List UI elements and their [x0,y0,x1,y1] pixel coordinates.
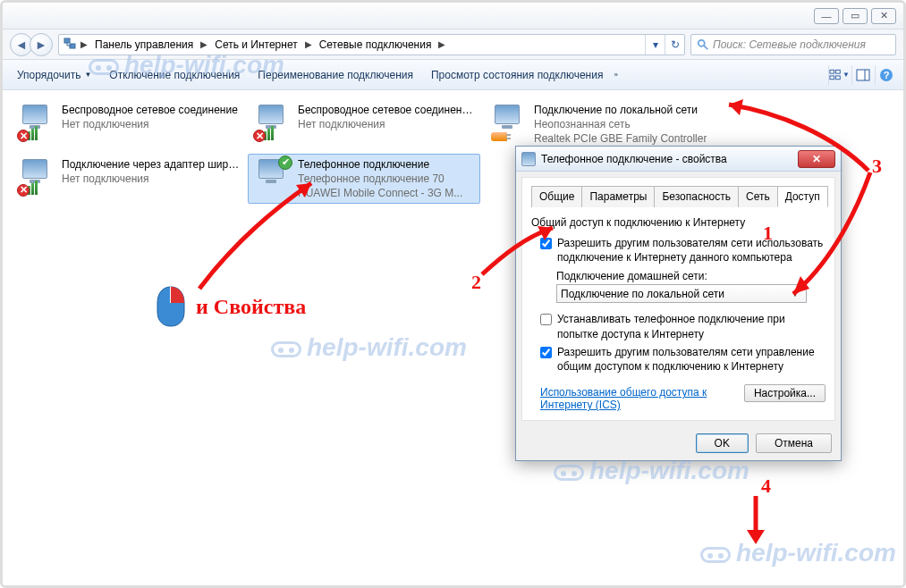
connection-item-lan[interactable]: Подключение по локальной сетиНеопознанна… [484,99,716,150]
svg-line-3 [704,45,707,48]
connection-title: Подключение через адаптер широкополосной… [62,157,241,172]
ok-button[interactable]: OK [696,433,749,453]
connection-icon: ✕ [17,157,55,197]
tab-params[interactable]: Параметры [581,186,655,207]
svg-marker-14 [729,99,743,115]
connection-title: Подключение по локальной сети [534,103,707,117]
connection-item-wireless-1[interactable]: ✕ Беспроводное сетевое соединениеНет под… [12,99,244,150]
connection-sub: Нет подключения [62,117,238,131]
connection-icon [489,103,527,142]
connection-item-wireless-3[interactable]: ✕ Беспроводное сетевое соединение 3Нет п… [248,99,480,150]
chevron-right-icon[interactable]: ▶ [199,39,209,49]
connection-title: Телефонное подключение [298,157,462,172]
crumb-control-panel[interactable]: Панель управления [91,37,197,53]
connection-sub: Нет подключения [298,117,477,131]
svg-rect-5 [836,70,841,73]
organize-menu[interactable]: Упорядочить▼ [10,65,98,85]
cancel-button[interactable]: Отмена [756,433,832,453]
chevron-right-icon[interactable]: ▶ [436,39,447,49]
dialog-title: Телефонное подключение - свойства [541,153,727,165]
search-input[interactable]: Поиск: Сетевые подключения [690,34,896,55]
connection-title: Беспроводное сетевое соединение 3 [298,103,477,117]
annotation-arrow-2 [477,219,562,281]
view-options-button[interactable]: ▼ [828,65,850,85]
annotation-arrow-to-dialup [191,172,334,298]
combo-value: Подключение по локальной сети [561,288,724,300]
watermark: help-wifi.com [271,333,467,362]
watermark: help-wifi.com [554,457,749,485]
minimize-button[interactable]: — [814,8,839,24]
settings-button[interactable]: Настройка... [744,384,826,402]
svg-rect-6 [830,75,834,79]
svg-rect-7 [836,75,841,79]
preview-pane-button[interactable] [851,65,873,85]
crumb-network[interactable]: Сеть и Интернет [211,37,301,53]
svg-rect-4 [830,70,834,73]
connection-icon: ✕ [253,103,291,142]
dialog-icon [521,152,536,166]
chk-allow-control-label: Разрешить другим пользователям сети упра… [557,345,826,374]
svg-text:?: ? [883,70,889,80]
help-button[interactable]: ? [875,65,896,85]
chk-dial-on-demand-label: Устанавливать телефонное подключение при… [557,312,826,340]
chevron-right-icon[interactable]: ▶ [303,39,314,49]
maximize-button[interactable]: ▭ [842,8,868,24]
tab-general[interactable]: Общие [531,186,582,207]
svg-point-2 [699,39,705,46]
connection-title: Беспроводное сетевое соединение [62,103,238,117]
close-button[interactable]: ✕ [871,8,896,24]
mouse-icon [155,285,187,328]
svg-rect-0 [64,38,70,43]
watermark: help-wifi.com [700,539,896,567]
svg-rect-8 [857,70,869,80]
home-network-combo[interactable]: Подключение по локальной сети ▼ [556,284,807,303]
chk-dial-on-demand[interactable] [540,314,552,325]
connection-status-button[interactable]: Просмотр состояния подключения» [424,65,625,85]
chk-allow-control[interactable] [540,347,552,358]
chevron-right-icon[interactable]: ▶ [79,39,89,49]
network-icon [63,38,77,52]
connection-detail: Realtek PCIe GBE Family Controller [534,131,707,146]
refresh-button[interactable]: ↻ [665,35,684,55]
connection-sub: Неопознанная сеть [534,117,707,131]
breadcrumb-dropdown[interactable]: ▾ [645,35,665,55]
annotation-mouse-label: и Свойства [196,295,306,319]
ics-help-link[interactable]: Использование общего доступа к Интернету… [540,386,719,411]
nav-forward-button[interactable]: ► [30,33,53,56]
search-icon [697,38,709,51]
search-placeholder: Поиск: Сетевые подключения [713,38,866,51]
connection-icon: ✕ [17,103,55,142]
watermark: help-wifi.com [89,51,284,80]
titlebar: — ▭ ✕ [3,3,903,29]
annotation-arrow-3b [781,169,879,303]
crumb-connections[interactable]: Сетевые подключения [316,37,436,53]
